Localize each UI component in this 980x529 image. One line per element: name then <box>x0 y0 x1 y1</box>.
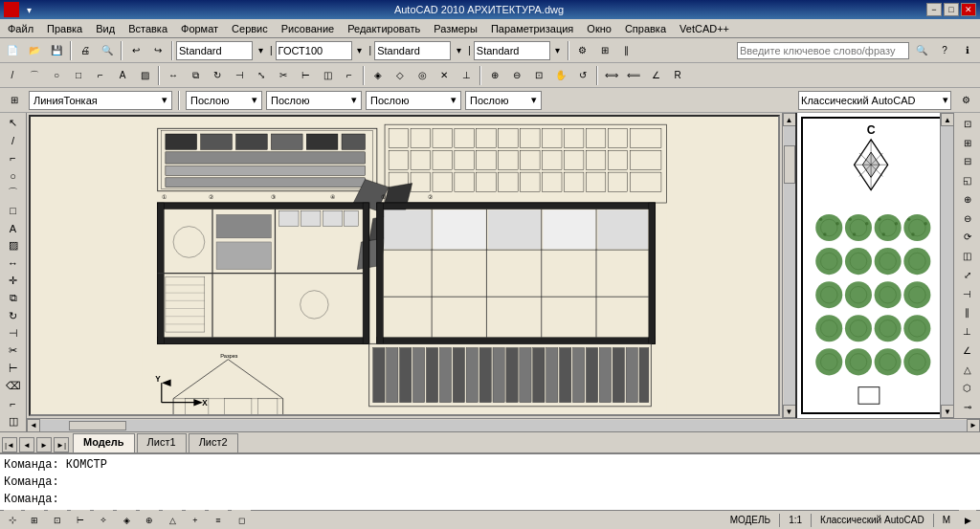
lt-text[interactable]: A <box>2 220 25 236</box>
m-label[interactable]: M <box>938 513 955 527</box>
tab-scroll-next[interactable]: ► <box>36 437 52 452</box>
lweight-btn[interactable]: ≡ <box>209 510 228 530</box>
rt-btn-2[interactable]: ⊞ <box>956 134 979 152</box>
dyn-btn[interactable]: + <box>186 510 205 530</box>
v-scroll-track[interactable] <box>784 126 795 405</box>
menu-modify[interactable]: Редактировать <box>342 21 426 36</box>
dim-aligned[interactable]: ⟸ <box>623 65 644 86</box>
menu-window[interactable]: Окно <box>581 21 617 36</box>
linetype-dropdown[interactable]: Послою ▾ <box>266 91 362 110</box>
layer-manager-btn[interactable]: ⊞ <box>4 90 25 111</box>
tab-scroll-first[interactable]: |◄ <box>2 437 17 452</box>
modify-scale[interactable]: ⤡ <box>251 65 272 86</box>
menu-file[interactable]: Файл <box>2 21 39 36</box>
h-scroll-left[interactable]: ◄ <box>27 419 40 432</box>
lt-copy[interactable]: ⧉ <box>2 290 25 306</box>
tab-sheet2[interactable]: Лист2 <box>189 433 238 452</box>
close-btn[interactable]: ✕ <box>961 3 976 16</box>
tab-scroll-last[interactable]: ►| <box>54 437 69 452</box>
rp-v-scroll-up[interactable]: ▲ <box>941 113 953 126</box>
save-btn[interactable]: 💾 <box>46 40 67 61</box>
coord-display[interactable]: ⊹ <box>4 510 21 530</box>
rt-btn-9[interactable]: ⤢ <box>956 266 979 284</box>
rt-btn-15[interactable]: ⬡ <box>956 380 979 398</box>
rt-btn-12[interactable]: ⊥ <box>956 322 979 341</box>
ducs-btn[interactable]: △ <box>163 510 182 530</box>
zoom-out[interactable]: ⊖ <box>506 65 527 86</box>
draw-rect[interactable]: □ <box>68 65 89 86</box>
workspace-settings[interactable]: ⚙ <box>955 90 976 111</box>
drawing-v-scrollbar[interactable]: ▲ ▼ <box>782 113 795 418</box>
standard3-dropdown[interactable]: Standard <box>474 41 550 60</box>
otrack-btn[interactable]: ⊕ <box>140 510 159 530</box>
undo-btn[interactable]: ↩ <box>125 40 146 61</box>
lt-extend[interactable]: ⊢ <box>2 361 25 377</box>
tmodel-btn[interactable]: ◻ <box>232 510 251 530</box>
lt-mirror[interactable]: ⊣ <box>2 325 25 342</box>
modify-mirror[interactable]: ⊣ <box>229 65 250 86</box>
zoom-all[interactable]: ⊡ <box>528 65 549 86</box>
menu-insert[interactable]: Вставка <box>122 21 173 36</box>
rt-btn-11[interactable]: ∥ <box>956 304 979 322</box>
lt-fillet[interactable]: ⌐ <box>2 395 25 411</box>
help-btn[interactable]: ? <box>934 40 955 61</box>
clean-btn[interactable]: ▶ <box>959 510 976 530</box>
standard3-arrow[interactable]: ▾ <box>551 40 565 61</box>
maximize-btn[interactable]: □ <box>944 3 959 16</box>
h-scroll-thumb[interactable] <box>69 421 126 430</box>
lt-trim[interactable]: ✂ <box>2 342 25 359</box>
drawing-h-scrollbar[interactable]: ◄ ► <box>27 418 980 431</box>
v-scroll-thumb[interactable] <box>784 145 795 184</box>
lt-hatch[interactable]: ▨ <box>2 237 25 253</box>
rt-btn-8[interactable]: ◫ <box>956 247 979 265</box>
menu-format[interactable]: Формат <box>175 21 224 36</box>
draw-text[interactable]: A <box>112 65 133 86</box>
polar-btn[interactable]: ⟡ <box>94 510 113 530</box>
search-btn[interactable]: 🔍 <box>911 40 932 61</box>
rt-btn-6[interactable]: ⊖ <box>956 209 979 228</box>
lt-line[interactable]: / <box>2 132 25 148</box>
standard2-arrow[interactable]: ▾ <box>452 40 465 61</box>
lineweight-dropdown[interactable]: Послою ▾ <box>366 91 461 110</box>
lt-arc[interactable]: ⌒ <box>2 185 25 201</box>
open-btn[interactable]: 📂 <box>24 40 45 61</box>
osnap-btn[interactable]: ◈ <box>117 510 136 530</box>
menu-vetcad[interactable]: VetCAD++ <box>674 21 735 36</box>
snap-end[interactable]: ◈ <box>368 65 389 86</box>
menu-help[interactable]: Справка <box>619 21 672 36</box>
info-btn[interactable]: ℹ <box>957 40 978 61</box>
lt-pline[interactable]: ⌐ <box>2 150 25 166</box>
tab-scroll-prev[interactable]: ◄ <box>19 437 34 452</box>
v-scroll-down[interactable]: ▼ <box>783 405 796 418</box>
rt-btn-3[interactable]: ⊟ <box>956 153 979 171</box>
style-arrow[interactable]: ▾ <box>254 40 267 61</box>
dim-radius[interactable]: R <box>667 65 688 86</box>
rt-btn-13[interactable]: ∠ <box>956 342 979 360</box>
tb-btn-extra2[interactable]: ⊞ <box>594 40 615 61</box>
scale-label[interactable]: 1:1 <box>784 513 807 527</box>
regen-btn[interactable]: ↺ <box>572 65 593 86</box>
grid-btn[interactable]: ⊞ <box>25 510 44 530</box>
rt-btn-10[interactable]: ⊣ <box>956 285 979 303</box>
menu-edit[interactable]: Правка <box>41 21 88 36</box>
modify-move[interactable]: ↔ <box>163 65 184 86</box>
layer-dropdown[interactable]: ЛинияТонкая ▾ <box>29 91 172 110</box>
rp-v-scroll-down[interactable]: ▼ <box>941 405 953 418</box>
ortho-btn[interactable]: ⊢ <box>71 510 90 530</box>
gost-arrow[interactable]: ▾ <box>353 40 367 61</box>
modify-trim[interactable]: ✂ <box>273 65 294 86</box>
gost-dropdown[interactable]: ГОСТ100 <box>276 41 352 60</box>
rt-btn-14[interactable]: △ <box>956 361 979 379</box>
redo-btn[interactable]: ↪ <box>147 40 168 61</box>
dim-linear[interactable]: ⟺ <box>601 65 622 86</box>
minimize-btn[interactable]: − <box>926 3 942 16</box>
modify-rotate[interactable]: ↻ <box>207 65 228 86</box>
lt-rotate[interactable]: ↻ <box>2 308 25 324</box>
snap-mid[interactable]: ◇ <box>390 65 411 86</box>
lt-dim[interactable]: ↔ <box>2 255 25 272</box>
modify-extend[interactable]: ⊢ <box>295 65 316 86</box>
new-btn[interactable]: 📄 <box>2 40 23 61</box>
tab-model[interactable]: Модель <box>73 433 135 452</box>
command-input-line[interactable]: Команда: <box>4 491 976 508</box>
dim-angular[interactable]: ∠ <box>645 65 666 86</box>
